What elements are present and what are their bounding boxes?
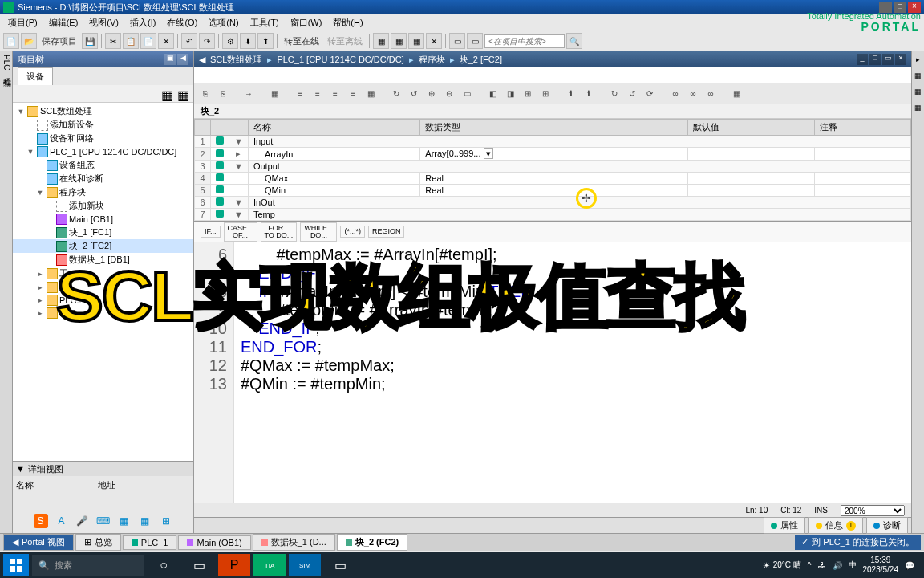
doc-tab-db1[interactable]: 数据块_1 (D... bbox=[253, 534, 335, 551]
et-btn-22[interactable]: ↺ bbox=[624, 86, 640, 102]
tb-btn-6[interactable]: ▭ bbox=[467, 33, 483, 49]
editor-restore-icon[interactable]: ▭ bbox=[882, 54, 894, 65]
tree-item[interactable]: ▼程序块 bbox=[13, 185, 193, 199]
tree-item[interactable]: 设备和网络 bbox=[13, 132, 193, 145]
snippet-button[interactable]: WHILE...DO... bbox=[300, 222, 337, 242]
menu-online[interactable]: 在线(O) bbox=[162, 15, 202, 31]
et-btn-7[interactable]: ≡ bbox=[327, 86, 343, 102]
tree-item[interactable]: ▸外... bbox=[13, 280, 193, 294]
var-row[interactable]: 1▼Input bbox=[195, 136, 911, 148]
editor-max-icon[interactable]: □ bbox=[869, 54, 881, 65]
menu-insert[interactable]: 插入(I) bbox=[125, 15, 160, 31]
ime-a-icon[interactable]: A bbox=[55, 514, 69, 528]
tree-item[interactable]: 设备组态 bbox=[13, 158, 193, 172]
tree-item[interactable]: 在线和诊断 bbox=[13, 172, 193, 185]
detail-expand-icon[interactable]: ▼ bbox=[16, 464, 25, 474]
et-btn-15[interactable]: ◧ bbox=[484, 86, 500, 102]
var-row[interactable]: 5QMinReal bbox=[195, 185, 911, 197]
save-button[interactable]: 💾 bbox=[82, 33, 98, 49]
taskbar-search[interactable]: 🔍 搜索 bbox=[32, 555, 144, 576]
task-taskview[interactable]: ▭ bbox=[183, 554, 215, 576]
menu-project[interactable]: 项目(P) bbox=[3, 15, 43, 31]
ime-icon[interactable]: S bbox=[34, 514, 48, 528]
cut-button[interactable]: ✂ bbox=[105, 33, 121, 49]
et-btn-26[interactable]: ∞ bbox=[703, 86, 719, 102]
tree-item[interactable]: 块_2 [FC2] bbox=[13, 239, 193, 253]
tree-pin-icon[interactable]: ◀ bbox=[177, 54, 188, 65]
tray-up-icon[interactable]: ^ bbox=[808, 561, 812, 570]
bc-nav-left[interactable]: ◀ bbox=[199, 55, 205, 65]
props-tab[interactable]: 属性 bbox=[764, 517, 805, 534]
et-btn-19[interactable]: ℹ bbox=[563, 86, 579, 102]
download-button[interactable]: ⬇ bbox=[240, 33, 256, 49]
et-btn-16[interactable]: ◨ bbox=[502, 86, 518, 102]
copy-button[interactable]: 📋 bbox=[123, 33, 139, 49]
tree-tb-2[interactable]: ▦ bbox=[161, 88, 174, 100]
undo-button[interactable]: ↶ bbox=[181, 33, 197, 49]
tree-item[interactable]: 添加新块 bbox=[13, 199, 193, 213]
var-row[interactable]: 2▸ArrayInArray[0..999... ▾ bbox=[195, 148, 911, 161]
code-editor[interactable]: #tempMax := #ArrayIn[#tempI]; END_IF; IF… bbox=[234, 242, 539, 503]
tray-vol-icon[interactable]: 🔊 bbox=[833, 561, 842, 570]
et-btn-1[interactable]: ⎘ bbox=[197, 86, 213, 102]
et-btn-13[interactable]: ⊖ bbox=[441, 86, 457, 102]
ime-grid-icon[interactable]: ⊞ bbox=[159, 514, 173, 528]
tray-net-icon[interactable]: 🖧 bbox=[818, 561, 826, 570]
task-app-4[interactable]: ▭ bbox=[324, 554, 356, 576]
menu-tools[interactable]: 工具(T) bbox=[245, 15, 284, 31]
weather-widget[interactable]: ☀ 20°C 晴 bbox=[763, 560, 801, 571]
et-btn-10[interactable]: ↻ bbox=[388, 86, 404, 102]
et-btn-20[interactable]: ℹ bbox=[581, 86, 597, 102]
delete-button[interactable]: ✕ bbox=[158, 33, 174, 49]
breadcrumb-4[interactable]: 块_2 [FC2] bbox=[460, 54, 502, 66]
et-btn-6[interactable]: ≡ bbox=[310, 86, 326, 102]
ime-kb-icon[interactable]: ⌨ bbox=[96, 514, 111, 528]
snippet-button[interactable]: CASE...OF... bbox=[224, 222, 257, 242]
task-app-3[interactable]: SIM bbox=[289, 554, 321, 576]
var-row[interactable]: 6▼InOut bbox=[195, 197, 911, 209]
snippet-button[interactable]: REGION bbox=[368, 226, 405, 238]
et-btn-9[interactable]: ▦ bbox=[363, 86, 379, 102]
open-project-button[interactable]: 📂 bbox=[21, 33, 37, 49]
info-tab[interactable]: 信息 i bbox=[808, 517, 863, 534]
search-button[interactable]: 🔍 bbox=[566, 33, 582, 49]
et-btn-12[interactable]: ⊕ bbox=[424, 86, 440, 102]
task-cortana[interactable]: ○ bbox=[148, 554, 180, 576]
start-button[interactable] bbox=[3, 554, 29, 576]
tree-item[interactable]: ▸PLC... bbox=[13, 294, 193, 307]
menu-view[interactable]: 视图(V) bbox=[84, 15, 124, 31]
et-btn-11[interactable]: ↺ bbox=[406, 86, 422, 102]
et-btn-21[interactable]: ↻ bbox=[606, 86, 622, 102]
editor-close-icon[interactable]: × bbox=[895, 54, 906, 65]
et-btn-5[interactable]: ≡ bbox=[292, 86, 308, 102]
tree-item[interactable]: ▸工... bbox=[13, 267, 193, 280]
overview-tab[interactable]: ⊞ 总览 bbox=[75, 534, 121, 551]
breadcrumb-3[interactable]: 程序块 bbox=[419, 54, 445, 66]
et-btn-3[interactable]: → bbox=[241, 86, 257, 102]
tree-collapse-icon[interactable]: ▣ bbox=[164, 54, 176, 65]
tree-tb-3[interactable]: ▦ bbox=[177, 88, 190, 100]
snippet-button[interactable]: (*...*) bbox=[340, 226, 365, 238]
et-btn-25[interactable]: ∞ bbox=[685, 86, 701, 102]
doc-tab-plc1[interactable]: PLC_1 bbox=[123, 535, 177, 550]
doc-tab-main[interactable]: Main (OB1) bbox=[178, 535, 250, 550]
tb-btn-3[interactable]: ▦ bbox=[408, 33, 424, 49]
ime-set-icon[interactable]: ▦ bbox=[138, 514, 152, 528]
breadcrumb-1[interactable]: SCL数组处理 bbox=[210, 54, 262, 66]
ime-mic-icon[interactable]: 🎤 bbox=[75, 514, 90, 528]
redo-button[interactable]: ↷ bbox=[199, 33, 215, 49]
go-online-label[interactable]: 转至在线 bbox=[281, 35, 322, 47]
editor-min-icon[interactable]: _ bbox=[857, 54, 868, 65]
tree-item[interactable]: 添加新设备 bbox=[13, 118, 193, 132]
save-label[interactable]: 保存项目 bbox=[38, 35, 80, 47]
portal-view-tab[interactable]: ◀ Portal 视图 bbox=[3, 534, 74, 551]
et-btn-8[interactable]: ≡ bbox=[345, 86, 361, 102]
et-btn-27[interactable]: ▦ bbox=[728, 86, 744, 102]
et-btn-4[interactable]: ▦ bbox=[266, 86, 282, 102]
left-dock-strip[interactable]: PLC 编程 bbox=[0, 51, 13, 533]
tree-item[interactable]: 块_1 [FC1] bbox=[13, 226, 193, 239]
doc-tab-fc2[interactable]: 块_2 (FC2) bbox=[337, 534, 407, 551]
et-btn-17[interactable]: ⊞ bbox=[520, 86, 536, 102]
snippet-button[interactable]: FOR...TO DO... bbox=[261, 222, 298, 242]
breadcrumb-2[interactable]: PLC_1 [CPU 1214C DC/DC/DC] bbox=[277, 55, 403, 64]
